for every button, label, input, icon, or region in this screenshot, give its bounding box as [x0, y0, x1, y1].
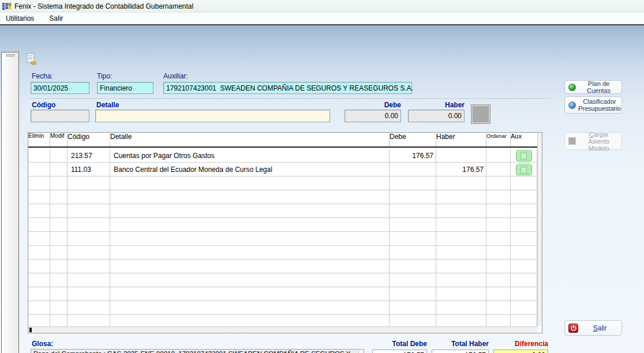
tipo-label: Tipo: — [97, 72, 112, 80]
cell-ordenar — [486, 176, 511, 190]
cell-codigo — [68, 204, 110, 218]
cell-detalle — [110, 301, 390, 315]
window-title: Fenix - Sistema Integrado de Contabilida… — [14, 2, 193, 10]
cargar-asiento-modelo-button[interactable]: Cargar AsientoModelo — [564, 132, 622, 150]
application-window: Fenix - Sistema Integrado de Contabilida… — [0, 0, 644, 353]
clasificador-presupuestario-button[interactable]: ClasificadorPresupuestario — [564, 96, 622, 114]
table-body: 213.57Cuentas por Pagar Otros Gastos176.… — [28, 149, 537, 326]
cell-debe — [390, 315, 436, 326]
add-entry-button[interactable] — [471, 105, 490, 123]
plan-de-cuentas-button[interactable]: Plan de Cuentas — [564, 80, 622, 94]
cell-elimin[interactable] — [28, 163, 50, 176]
cell-haber[interactable]: 176.57 — [436, 163, 486, 176]
table-row-empty — [28, 287, 537, 301]
cell-modif — [50, 315, 68, 326]
cell-modif[interactable] — [50, 163, 68, 176]
table-row-empty — [28, 315, 537, 326]
app-icon — [2, 2, 12, 11]
cell-aux — [511, 190, 537, 204]
cell-modif — [50, 301, 68, 315]
splitter-handle-icon[interactable] — [6, 54, 15, 57]
cell-debe[interactable]: 176.57 — [390, 149, 436, 163]
table-vertical-scrollbar[interactable] — [537, 133, 542, 326]
cell-elimin[interactable] — [28, 149, 50, 163]
header-detalle: Detalle — [110, 133, 390, 147]
cell-haber[interactable] — [436, 149, 486, 163]
fecha-field[interactable]: 30/01/2025 — [31, 82, 89, 94]
cell-debe — [390, 204, 436, 218]
cell-aux[interactable] — [511, 149, 537, 163]
cell-ordenar[interactable] — [486, 149, 511, 163]
gray-square-icon — [568, 137, 576, 145]
cell-elimin — [28, 273, 50, 287]
cell-codigo — [68, 287, 110, 301]
table-row-empty — [28, 246, 537, 260]
cell-aux — [511, 273, 537, 287]
glosa-scrollbar[interactable] — [358, 350, 364, 353]
cell-debe — [390, 287, 436, 301]
cell-debe — [390, 232, 436, 246]
document-icon — [521, 166, 527, 174]
cell-haber — [436, 246, 486, 260]
menu-bar: Utilitarios Salir — [0, 13, 644, 24]
menu-utilitarios[interactable]: Utilitarios — [5, 14, 35, 23]
cell-modif[interactable] — [50, 149, 68, 163]
cell-ordenar[interactable] — [486, 163, 511, 176]
cell-codigo — [68, 190, 110, 204]
cell-elimin — [28, 218, 50, 232]
cell-debe — [390, 301, 436, 315]
table-header-row: Elimin Modif Código Detalle Debe Haber O… — [28, 133, 542, 148]
diferencia-field: 0.00 — [493, 350, 548, 353]
cell-modif — [50, 246, 68, 260]
aux-button[interactable] — [516, 150, 532, 162]
total-debe-field: 176.57 — [372, 350, 427, 353]
codigo-field[interactable] — [31, 110, 89, 122]
fecha-label: Fecha: — [32, 72, 53, 80]
cell-codigo[interactable]: 111.03 — [68, 163, 110, 176]
table-horizontal-scrollbar[interactable] — [28, 326, 537, 333]
cell-ordenar — [486, 190, 511, 204]
cell-debe[interactable] — [390, 163, 436, 176]
document-coins-icon[interactable] — [25, 53, 38, 65]
cell-ordenar — [486, 218, 511, 232]
cell-haber — [436, 287, 486, 301]
cell-ordenar — [486, 260, 511, 273]
clasificador-label: ClasificadorPresupuestario — [578, 98, 621, 112]
cell-aux — [511, 204, 537, 218]
cell-aux[interactable] — [511, 163, 537, 176]
cell-aux — [511, 176, 537, 190]
detalle-label: Detalle — [96, 101, 119, 109]
collapsed-side-panel[interactable] — [1, 52, 19, 353]
cell-codigo[interactable]: 213.57 — [68, 149, 110, 163]
cell-detalle[interactable]: Banco Central del Ecuador Moneda de Curs… — [110, 163, 390, 176]
salir-button[interactable]: Salir — [564, 320, 622, 336]
cell-codigo — [68, 273, 110, 287]
cargar-asiento-label: Cargar AsientoModelo — [578, 131, 619, 152]
cell-haber — [436, 176, 486, 190]
haber-field[interactable]: 0.00 — [408, 110, 465, 122]
scrollbar-thumb[interactable] — [29, 328, 32, 332]
detalle-field[interactable] — [95, 110, 330, 122]
cell-detalle — [110, 315, 390, 326]
cell-ordenar — [486, 232, 511, 246]
debe-field[interactable]: 0.00 — [345, 110, 401, 122]
cell-debe — [390, 176, 436, 190]
table-row-empty — [28, 232, 537, 246]
cell-elimin — [28, 176, 50, 190]
glosa-label: Glosa: — [32, 340, 53, 348]
cell-haber — [436, 218, 486, 232]
glosa-textarea[interactable]: Pago del Comprobante : GAS-2025-ENE-0001… — [31, 349, 364, 353]
cell-modif — [50, 232, 68, 246]
cell-codigo — [68, 301, 110, 315]
cell-codigo — [68, 260, 110, 273]
cell-debe — [390, 218, 436, 232]
cell-aux — [511, 287, 537, 301]
menu-salir[interactable]: Salir — [48, 14, 64, 23]
cell-debe — [390, 246, 436, 260]
aux-button[interactable] — [516, 164, 532, 175]
table-row-empty — [28, 273, 537, 287]
cell-codigo — [68, 315, 110, 326]
tipo-field[interactable]: Financiero — [97, 82, 153, 94]
cell-detalle[interactable]: Cuentas por Pagar Otros Gastos — [110, 149, 390, 163]
auxiliar-field[interactable]: 1792107423001 SWEADEN COMPAÑIA DE SEGURO… — [163, 82, 412, 94]
